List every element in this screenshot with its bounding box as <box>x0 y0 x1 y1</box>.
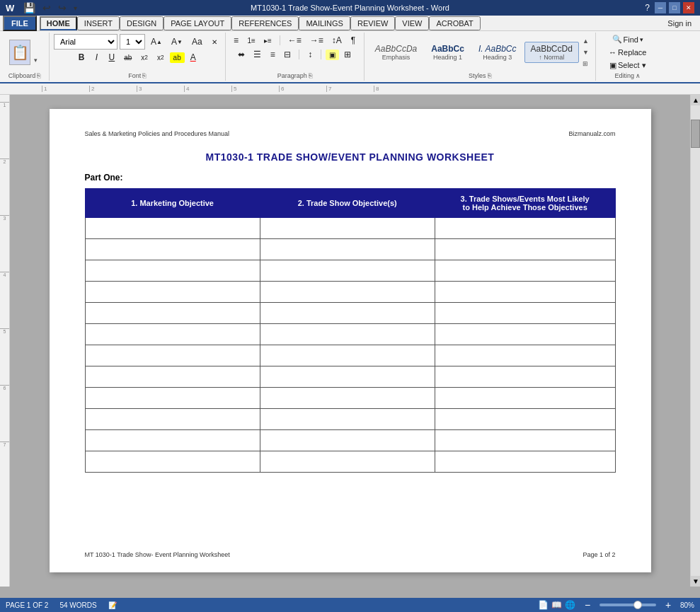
table-cell-10-2[interactable] <box>435 430 615 451</box>
menu-insert[interactable]: INSERT <box>77 16 120 30</box>
font-expand[interactable]: ⎘ <box>142 72 146 79</box>
table-cell-1-1[interactable] <box>260 239 435 260</box>
table-cell-3-1[interactable] <box>260 282 435 303</box>
table-cell-8-1[interactable] <box>260 388 435 409</box>
decrease-indent-button[interactable]: ←≡ <box>285 34 305 47</box>
styles-scroll-down[interactable]: ▼ <box>580 47 591 57</box>
view-print-icon[interactable]: 📄 <box>538 600 549 610</box>
styles-expand-btn[interactable]: ⎘ <box>488 72 491 79</box>
table-cell-9-2[interactable] <box>435 409 615 430</box>
center-button[interactable]: ☰ <box>250 48 265 61</box>
align-left-button[interactable]: ⬌ <box>234 48 248 61</box>
clear-formatting-button[interactable]: ✕ <box>208 37 221 47</box>
menu-design[interactable]: DESIGN <box>120 16 163 30</box>
menu-page-layout[interactable]: PAGE LAYOUT <box>163 16 231 30</box>
table-cell-7-0[interactable] <box>85 366 260 388</box>
table-row[interactable] <box>85 218 615 239</box>
menu-acrobat[interactable]: ACROBAT <box>429 16 480 30</box>
shading-button[interactable]: ▣ <box>326 50 339 60</box>
styles-expand[interactable]: ⊞ <box>580 59 591 69</box>
table-cell-2-1[interactable] <box>260 260 435 282</box>
table-cell-9-0[interactable] <box>85 409 260 430</box>
table-row[interactable] <box>85 366 615 388</box>
table-cell-2-0[interactable] <box>85 260 260 282</box>
scroll-up-button[interactable]: ▲ <box>691 95 700 105</box>
save-button[interactable]: 💾 <box>21 1 38 14</box>
table-row[interactable] <box>85 239 615 260</box>
menu-view[interactable]: VIEW <box>395 16 429 30</box>
menu-mailings[interactable]: MAILINGS <box>299 16 350 30</box>
style-heading3[interactable]: I. AaBbCc Heading 3 <box>472 42 523 63</box>
style-emphasis[interactable]: AaBbCcDa Emphasis <box>369 42 423 63</box>
document-area[interactable]: Sales & Marketing Policies and Procedure… <box>10 95 690 587</box>
table-cell-0-0[interactable] <box>85 218 260 239</box>
table-row[interactable] <box>85 324 615 345</box>
minimize-button[interactable]: ─ <box>655 2 666 13</box>
table-cell-6-2[interactable] <box>435 345 615 366</box>
zoom-in-button[interactable]: + <box>662 599 675 611</box>
table-cell-9-1[interactable] <box>260 409 435 430</box>
italic-button[interactable]: I <box>91 51 103 64</box>
table-cell-0-1[interactable] <box>260 218 435 239</box>
table-cell-11-1[interactable] <box>260 451 435 473</box>
view-web-icon[interactable]: 🌐 <box>565 600 575 610</box>
scroll-thumb[interactable] <box>691 120 700 148</box>
table-cell-6-1[interactable] <box>260 345 435 366</box>
table-row[interactable] <box>85 303 615 324</box>
quick-access-more[interactable]: ▾ <box>71 4 79 13</box>
table-row[interactable] <box>85 345 615 366</box>
table-row[interactable] <box>85 451 615 473</box>
table-row[interactable] <box>85 409 615 430</box>
font-grow-button[interactable]: A▲ <box>147 35 166 48</box>
table-cell-8-2[interactable] <box>435 388 615 409</box>
increase-indent-button[interactable]: →≡ <box>306 34 327 47</box>
zoom-slider[interactable] <box>599 604 656 606</box>
bold-button[interactable]: B <box>75 51 88 64</box>
align-right-button[interactable]: ≡ <box>266 48 279 61</box>
table-cell-7-1[interactable] <box>260 366 435 388</box>
table-row[interactable] <box>85 282 615 303</box>
undo-button[interactable]: ↩ <box>40 1 53 14</box>
sort-button[interactable]: ↕A <box>328 34 345 47</box>
table-cell-8-0[interactable] <box>85 388 260 409</box>
show-marks-button[interactable]: ¶ <box>347 34 360 47</box>
table-cell-3-2[interactable] <box>435 282 615 303</box>
style-heading1[interactable]: AaBbCc Heading 1 <box>425 42 471 63</box>
underline-button[interactable]: U <box>105 51 119 64</box>
table-cell-5-1[interactable] <box>260 324 435 345</box>
table-cell-7-2[interactable] <box>435 366 615 388</box>
paste-button[interactable]: 📋 <box>9 40 30 65</box>
table-cell-4-1[interactable] <box>260 303 435 324</box>
help-button[interactable]: ? <box>643 2 652 13</box>
table-cell-4-0[interactable] <box>85 303 260 324</box>
table-cell-1-0[interactable] <box>85 239 260 260</box>
sign-in[interactable]: Sign in <box>662 18 697 29</box>
bullets-button[interactable]: ≡ <box>230 34 243 47</box>
font-shrink-button[interactable]: A▼ <box>168 35 186 48</box>
font-name-select[interactable]: Arial <box>54 34 117 50</box>
strikethrough-button[interactable]: ab <box>120 52 135 63</box>
subscript-button[interactable]: x2 <box>137 52 151 63</box>
zoom-thumb[interactable] <box>633 601 642 609</box>
select-button[interactable]: ▣ Select ▾ <box>608 60 648 71</box>
close-button[interactable]: ✕ <box>683 2 694 13</box>
table-row[interactable] <box>85 430 615 451</box>
table-row[interactable] <box>85 388 615 409</box>
view-read-icon[interactable]: 📖 <box>551 600 562 610</box>
justify-button[interactable]: ⊟ <box>280 48 294 61</box>
paste-dropdown[interactable]: ▾ <box>32 55 40 65</box>
table-cell-5-0[interactable] <box>85 324 260 345</box>
table-cell-1-2[interactable] <box>435 239 615 260</box>
superscript-button[interactable]: x2 <box>154 52 168 63</box>
table-cell-10-1[interactable] <box>260 430 435 451</box>
highlight-button[interactable]: ab <box>170 52 185 63</box>
paragraph-expand[interactable]: ⎘ <box>309 72 312 79</box>
table-cell-0-2[interactable] <box>435 218 615 239</box>
zoom-out-button[interactable]: − <box>581 599 594 611</box>
menu-review[interactable]: REVIEW <box>350 16 395 30</box>
table-cell-2-2[interactable] <box>435 260 615 282</box>
table-cell-11-0[interactable] <box>85 451 260 473</box>
redo-button[interactable]: ↪ <box>56 1 69 14</box>
table-cell-11-2[interactable] <box>435 451 615 473</box>
font-color-button[interactable]: A <box>187 51 200 64</box>
